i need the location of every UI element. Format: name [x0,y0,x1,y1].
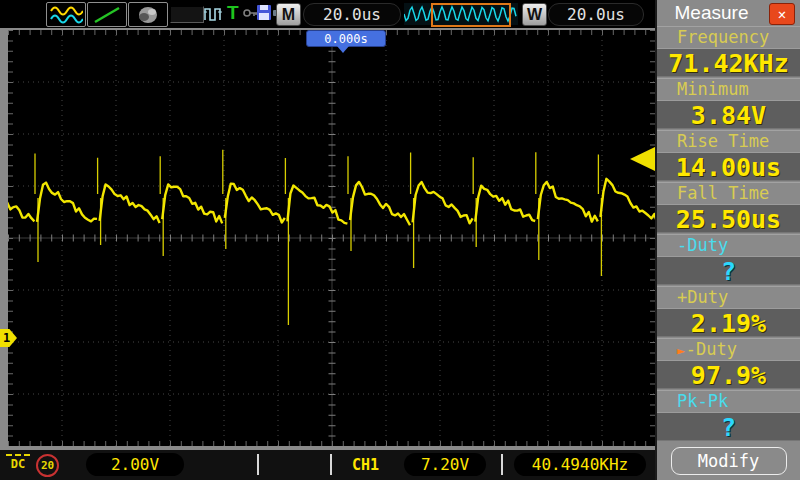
measure-value: 25.50us [657,204,800,233]
bottom-status-bar: DC 20 2.00V CH1 7.20V 40.4940KHz [0,450,655,480]
trigger-source-label[interactable]: CH1 [352,456,379,474]
measure-row-fall-time[interactable]: ►Fall Time 25.50us [657,182,800,234]
trigger-position-pointer-icon [337,46,349,53]
pulse-icon [203,3,225,25]
measure-row-rise-time[interactable]: ►Rise Time 14.00us [657,130,800,182]
measure-label: +Duty [677,287,728,307]
diagonal-line-icon [90,5,124,25]
measure-label: Rise Time [677,131,769,151]
graticule: 0.000s [8,30,655,446]
measure-label: Fall Time [677,183,769,203]
waveform-overview-thumbnail[interactable] [404,3,518,25]
measure-value: 3.84V [657,100,800,129]
measure-row-frequency[interactable]: ►Frequency 71.42KHz [657,26,800,78]
trigger-frequency-counter[interactable]: 40.4940KHz [514,453,646,476]
measure-panel: Measure ✕ ►Frequency 71.42KHz ►Minimum 3… [655,0,800,480]
close-button[interactable]: ✕ [769,3,795,25]
close-icon: ✕ [778,6,786,22]
window-timebase-value[interactable]: 20.0us [548,3,644,26]
measure-value: ? [657,256,800,285]
trigger-position-tag[interactable]: 0.000s [306,30,386,47]
measure-value: 14.00us [657,152,800,181]
trigger-level-value[interactable]: 7.20V [404,453,486,476]
section-divider [501,454,503,475]
measure-value: ? [657,412,800,441]
main-timebase-badge: M [276,3,301,26]
screenshot-button[interactable] [128,2,168,27]
cursor-line-button[interactable] [87,2,127,27]
panel-title: Measure [657,2,766,24]
measure-label: -Duty [677,235,728,255]
oscilloscope-screen: T M 20.0us [0,0,800,480]
save-button[interactable] [256,4,272,21]
display-waveform-button[interactable] [46,2,86,27]
dc-coupling-icon [6,454,30,456]
section-divider [330,454,332,475]
photo-icon [131,5,165,25]
window-timebase-badge: W [522,3,547,26]
measure-label: Pk-Pk [677,391,728,411]
zoom-window-box[interactable] [431,3,511,27]
modify-button[interactable]: Modify [671,447,787,475]
measure-row-pos-duty[interactable]: ►+Duty 2.19% [657,286,800,338]
measure-row-minimum[interactable]: ►Minimum 3.84V [657,78,800,130]
volts-per-div-value[interactable]: 2.00V [86,453,184,476]
measure-label: -Duty [686,339,737,359]
waveform-layer [8,30,655,446]
measure-value: 97.9% [657,360,800,389]
main-timebase-value[interactable]: 20.0us [303,3,401,26]
trigger-icon[interactable]: T [227,2,239,24]
floppy-disk-icon [256,4,272,21]
time-offset-label: 0.000s [324,32,367,46]
pulse-mode-button[interactable] [203,3,225,25]
measure-row-neg-duty[interactable]: ►-Duty ? [657,234,800,286]
measure-label: Minimum [677,79,749,99]
coupling-label: DC [11,457,25,471]
cursor-divider [257,454,259,475]
measure-row-neg-duty-selected[interactable]: ►-Duty 97.9% [657,338,800,390]
measure-panel-header: Measure ✕ [657,0,800,26]
dual-wave-icon [49,5,83,25]
trigger-level-marker[interactable] [630,147,655,171]
coupling-indicator[interactable]: DC [5,454,31,471]
toolbar-field[interactable] [170,6,204,23]
measure-label: Frequency [677,27,769,47]
measure-row-pk-pk[interactable]: ►Pk-Pk ? [657,390,800,442]
measure-value: 71.42KHz [657,48,800,77]
measure-value: 2.19% [657,308,800,337]
top-toolbar: T M 20.0us [0,0,655,28]
selected-arrow-icon: ► [677,343,685,358]
bandwidth-limit-badge[interactable]: 20 [36,454,59,477]
